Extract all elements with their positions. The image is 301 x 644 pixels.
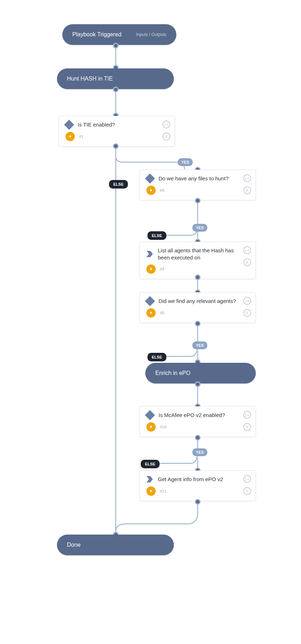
bolt-icon [146, 264, 156, 274]
task-tie-enabled[interactable]: Is TIE enabled? #1 ▷I II [59, 116, 175, 146]
branch-yes-badge: YES [178, 158, 193, 166]
connector-dot [195, 321, 201, 326]
skip-icon[interactable]: ▷I [243, 174, 251, 182]
skip-icon[interactable]: ▷I [243, 411, 251, 419]
section-enrich-epo-label: Enrich in ePO [155, 370, 191, 376]
connector-dot [113, 87, 119, 92]
chevron-icon [146, 476, 153, 483]
connector-dot [195, 381, 201, 387]
connector-dot [113, 43, 119, 48]
task-get-agent-info[interactable]: Get Agent info from ePO v2 #11 ▷I II [140, 470, 256, 501]
task-list-agents[interactable]: List all agents that the Hash has been e… [140, 242, 256, 279]
pause-icon[interactable]: II [243, 423, 251, 431]
task-title: Is McAfee ePO v2 enabled? [159, 412, 225, 419]
trigger-label: Playbook Triggered [72, 31, 121, 38]
done-node[interactable]: Done [57, 535, 174, 555]
bolt-icon [146, 308, 156, 318]
task-number: #1 [79, 134, 83, 139]
bolt-icon [66, 132, 75, 141]
done-label: Done [67, 542, 81, 548]
task-epo-enabled[interactable]: Is McAfee ePO v2 enabled? #10 ▷I II [140, 406, 256, 437]
task-number: #10 [160, 425, 166, 429]
pause-icon[interactable]: II [243, 487, 251, 495]
branch-else-badge: ELSE [147, 231, 166, 240]
trigger-sublabel[interactable]: Inputs / Outputs [136, 32, 166, 37]
branch-yes-badge: YES [192, 224, 207, 232]
branch-yes-badge: YES [192, 448, 207, 456]
task-title: Did we find any relevant agents? [159, 298, 236, 305]
task-title: Is TIE enabled? [78, 121, 115, 128]
pause-icon[interactable]: II [243, 258, 251, 266]
section-enrich-epo[interactable]: Enrich in ePO [145, 363, 256, 383]
pause-icon[interactable]: II [162, 133, 170, 140]
task-title: Get Agent info from ePO v2 [158, 476, 223, 483]
skip-icon[interactable]: ▷I [243, 297, 251, 305]
pause-icon[interactable]: II [243, 309, 251, 317]
branch-else-badge: ELSE [109, 180, 128, 189]
task-number: #5 [160, 311, 164, 315]
diamond-icon [64, 120, 74, 130]
connector-dot [195, 198, 201, 203]
skip-icon[interactable]: ▷I [162, 120, 170, 128]
skip-icon[interactable]: ▷I [243, 246, 251, 254]
skip-icon[interactable]: ▷I [243, 475, 251, 483]
pause-icon[interactable]: II [243, 186, 251, 194]
branch-yes-badge: YES [192, 341, 207, 349]
section-hunt-hash-label: Hunt HASH in TIE [67, 76, 113, 82]
connector-dot [113, 143, 119, 149]
connector-dot [195, 274, 201, 280]
task-number: #11 [160, 489, 166, 493]
bolt-icon [146, 186, 156, 195]
diamond-icon [145, 296, 155, 306]
diamond-icon [145, 410, 155, 420]
task-find-relevant-agents[interactable]: Did we find any relevant agents? #5 ▷I I… [140, 292, 256, 323]
diamond-icon [145, 174, 155, 184]
trigger-node[interactable]: Playbook Triggered Inputs / Outputs [62, 24, 176, 45]
connector-dot [195, 499, 201, 505]
task-number: #3 [160, 267, 164, 271]
bolt-icon [146, 486, 156, 496]
task-number: #9 [160, 188, 164, 192]
task-files-to-hunt[interactable]: Do we have any files to hunt? #9 ▷I II [140, 170, 256, 200]
task-title: Do we have any files to hunt? [159, 175, 229, 182]
connector-dot [195, 435, 201, 441]
chevron-icon [146, 251, 153, 257]
task-title: List all agents that the Hash has been e… [158, 247, 236, 261]
section-hunt-hash[interactable]: Hunt HASH in TIE [57, 68, 174, 89]
bolt-icon [146, 422, 156, 432]
branch-else-badge: ELSE [147, 353, 166, 361]
branch-else-badge: ELSE [141, 460, 160, 468]
